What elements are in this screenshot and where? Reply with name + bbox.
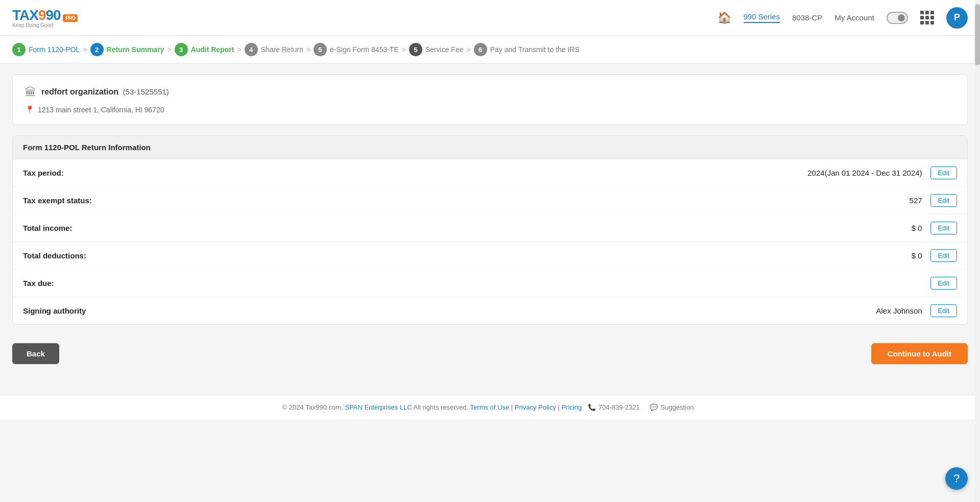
signing-authority-label: Signing authority: [23, 306, 876, 315]
step-1-circle: 1: [12, 43, 26, 56]
arrow-2: >: [167, 45, 171, 54]
chat-icon: 💬: [650, 403, 658, 411]
tax-period-edit-button[interactable]: Edit: [930, 166, 957, 179]
toggle-circle: [898, 14, 905, 21]
footer-rights: All rights reserved.: [414, 403, 469, 411]
arrow-5a: >: [402, 45, 406, 54]
total-income-row: Total income: $ 0 Edit: [13, 214, 967, 242]
step-2-label: Return Summary: [107, 45, 164, 54]
scrollbar-track[interactable]: [975, 0, 980, 502]
org-card: 🏛 redfort organization (53-1525551) 📍 12…: [12, 74, 968, 125]
footer-copyright: © 2024 Tax990.com,: [282, 403, 343, 411]
theme-toggle[interactable]: [887, 12, 908, 24]
footer-suggestion: Suggestion: [660, 403, 694, 411]
step-5b-circle: 5: [409, 43, 422, 56]
scrollbar-thumb[interactable]: [975, 4, 980, 65]
tax-exempt-row: Tax exempt status: 527 Edit: [13, 187, 967, 214]
nav-my-account[interactable]: My Account: [834, 13, 874, 22]
step-5b-service-fee[interactable]: 5 Service Fee: [409, 43, 464, 56]
back-button[interactable]: Back: [12, 343, 59, 364]
pro-badge: PRO: [63, 14, 78, 22]
footer-phone: 704-839-2321: [599, 403, 640, 411]
location-icon: 📍: [25, 105, 35, 114]
org-building-icon: 🏛: [25, 86, 36, 99]
breadcrumb-bar: 1 Form 1120-POL > 2 Return Summary > 3 A…: [0, 36, 980, 64]
total-income-label: Total income:: [23, 224, 912, 232]
step-6-label: Pay and Transmit to the IRS: [490, 45, 580, 54]
footer-pricing-link[interactable]: Pricing: [561, 403, 582, 411]
step-3-audit-report[interactable]: 3 Audit Report: [175, 43, 234, 56]
step-4-share-return[interactable]: 4 Share Return: [245, 43, 303, 56]
total-income-edit-button[interactable]: Edit: [930, 222, 957, 234]
total-deductions-value: $ 0: [912, 251, 922, 260]
logo[interactable]: TAX990 PRO Keep Doing Good: [12, 7, 78, 28]
step-3-circle: 3: [175, 43, 188, 56]
arrow-5b: >: [466, 45, 470, 54]
tax-due-label: Tax due:: [23, 279, 922, 288]
step-4-label: Share Return: [261, 45, 303, 54]
footer-privacy-link[interactable]: Privacy Policy: [515, 403, 556, 411]
footer-phone-area: 📞 704-839-2321: [588, 403, 640, 411]
step-3-label: Audit Report: [191, 45, 234, 54]
step-1-form-1120-pol[interactable]: 1 Form 1120-POL: [12, 43, 80, 56]
org-name-text: redfort organization: [41, 87, 118, 96]
tax-due-edit-button[interactable]: Edit: [930, 277, 957, 290]
step-5b-label: Service Fee: [425, 45, 464, 54]
tax-exempt-edit-button[interactable]: Edit: [930, 194, 957, 207]
step-5a-label: e-Sign Form 8453-TE: [330, 45, 399, 54]
step-1-label: Form 1120-POL: [29, 45, 80, 54]
total-income-value: $ 0: [912, 224, 922, 232]
org-ein: (53-1525551): [123, 87, 169, 96]
nav-8038cp[interactable]: 8038-CP: [792, 13, 822, 22]
footer-span-link[interactable]: SPAN Enterprises LLC: [345, 403, 412, 411]
signing-authority-row: Signing authority Alex Johnson Edit: [13, 297, 967, 324]
footer-pipe2: |: [558, 403, 559, 411]
main-content: 🏛 redfort organization (53-1525551) 📍 12…: [0, 64, 980, 395]
app-header: TAX990 PRO Keep Doing Good 🏠 990 Series …: [0, 0, 980, 36]
step-4-circle: 4: [245, 43, 258, 56]
arrow-4: >: [306, 45, 310, 54]
arrow-3: >: [237, 45, 241, 54]
tax-period-value: 2024(Jan 01 2024 - Dec 31 2024): [807, 169, 922, 177]
signing-authority-value: Alex Johnson: [876, 306, 922, 315]
return-info-heading: Form 1120-POL Return Information: [13, 136, 967, 159]
total-deductions-label: Total deductions:: [23, 251, 912, 260]
step-2-circle: 2: [90, 43, 104, 56]
total-deductions-row: Total deductions: $ 0 Edit: [13, 242, 967, 270]
step-6-pay-transmit[interactable]: 6 Pay and Transmit to the IRS: [474, 43, 580, 56]
tax-due-row: Tax due: Edit: [13, 270, 967, 297]
step-5a-circle: 5: [314, 43, 327, 56]
continue-to-audit-button[interactable]: Continue to Audit: [871, 343, 968, 364]
phone-icon: 📞: [588, 403, 596, 411]
step-6-circle: 6: [474, 43, 487, 56]
apps-grid-icon[interactable]: [920, 11, 934, 25]
footer-actions: Back Continue to Audit: [12, 335, 968, 385]
footer-terms-link[interactable]: Terms of Use: [470, 403, 510, 411]
signing-authority-edit-button[interactable]: Edit: [930, 304, 957, 317]
org-address-text: 1213 main street 1, California, HI 96720: [38, 106, 164, 114]
step-2-return-summary[interactable]: 2 Return Summary: [90, 43, 164, 56]
footer-suggestion-area[interactable]: 💬 Suggestion: [650, 403, 694, 411]
step-5a-esign[interactable]: 5 e-Sign Form 8453-TE: [314, 43, 399, 56]
tax-period-label: Tax period:: [23, 169, 807, 177]
return-info-card: Form 1120-POL Return Information Tax per…: [12, 135, 968, 325]
nav-990-series[interactable]: 990 Series: [744, 12, 780, 23]
page-footer: © 2024 Tax990.com, SPAN Enterprises LLC …: [0, 395, 980, 419]
footer-pipe1: |: [511, 403, 513, 411]
help-button[interactable]: ?: [945, 467, 968, 490]
arrow-1: >: [83, 45, 87, 54]
tax-exempt-label: Tax exempt status:: [23, 196, 910, 205]
total-deductions-edit-button[interactable]: Edit: [930, 249, 957, 262]
tax-period-row: Tax period: 2024(Jan 01 2024 - Dec 31 20…: [13, 159, 967, 187]
org-address: 📍 1213 main street 1, California, HI 967…: [25, 105, 169, 114]
logo-text: TAX990 PRO: [12, 7, 78, 23]
user-avatar[interactable]: P: [946, 7, 968, 29]
home-icon[interactable]: 🏠: [718, 11, 731, 25]
org-name: redfort organization (53-1525551): [41, 87, 169, 97]
tax-exempt-value: 527: [910, 196, 922, 205]
header-right: 🏠 990 Series 8038-CP My Account P: [718, 7, 968, 29]
